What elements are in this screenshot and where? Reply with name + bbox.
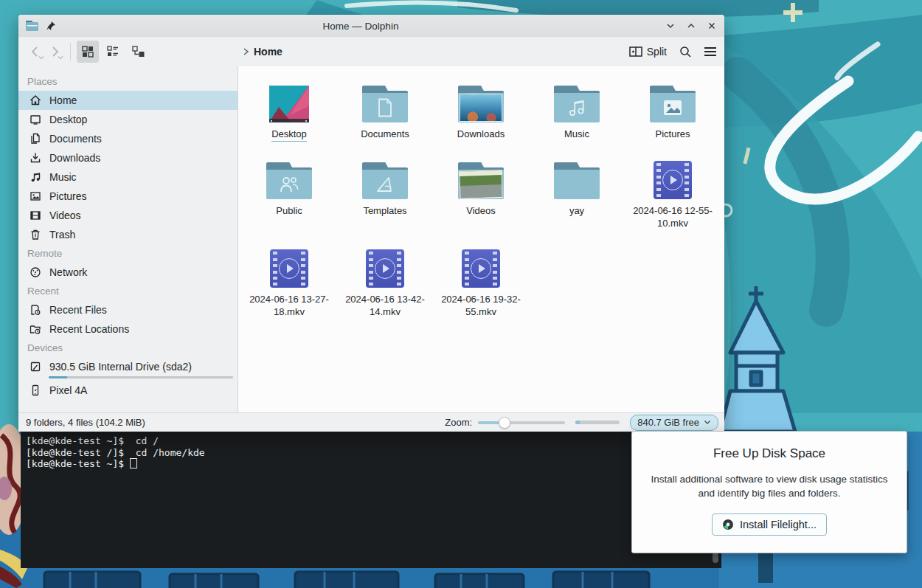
- video-file-icon: [270, 249, 308, 288]
- file-label: 2024-06-16 19-32-55.mkv: [436, 293, 526, 319]
- maximize-button[interactable]: [686, 21, 696, 31]
- split-label: Split: [647, 46, 667, 58]
- file-label: Music: [564, 128, 589, 141]
- free-space-dropdown[interactable]: 840.7 GiB free: [630, 415, 718, 431]
- pin-icon[interactable]: [46, 21, 56, 31]
- file-item-music[interactable]: Music: [529, 75, 625, 142]
- hard-drive-icon: [30, 361, 41, 373]
- free-up-disk-space-popup: Free Up Disk Space Install additional so…: [631, 431, 907, 553]
- file-label: yay: [569, 204, 584, 218]
- file-item-videos[interactable]: Videos: [433, 152, 529, 230]
- sidebar-item-network[interactable]: Network: [18, 263, 238, 282]
- sidebar-item-videos[interactable]: Videos: [18, 206, 238, 225]
- sidebar-item-music[interactable]: Music: [18, 167, 238, 187]
- sidebar-item-documents[interactable]: Documents: [18, 129, 238, 148]
- sidebar-item-label: Pictures: [49, 190, 87, 202]
- toolbar: Home Split: [18, 37, 724, 66]
- terminal-cursor: [130, 458, 137, 468]
- video-file-icon: [462, 249, 500, 288]
- network-icon: [30, 266, 41, 278]
- drive-usage-bar: [49, 376, 233, 378]
- minimize-button[interactable]: [665, 21, 676, 31]
- videos-icon: [30, 210, 41, 221]
- file-item-video-1[interactable]: 2024-06-16 12-55-10.mkv: [625, 152, 721, 230]
- close-button[interactable]: [707, 21, 717, 31]
- sidebar-item-label: Pixel 4A: [49, 384, 87, 396]
- window-folder-icon: [26, 21, 38, 31]
- hamburger-menu-icon[interactable]: [704, 46, 717, 57]
- sidebar-item-internal-drive[interactable]: 930.5 GiB Internal Drive (sda2): [18, 357, 238, 376]
- video-file-icon: [366, 249, 404, 288]
- back-dropdown-icon[interactable]: [38, 55, 44, 60]
- sidebar-item-trash[interactable]: Trash: [18, 225, 238, 244]
- tree-view-button[interactable]: [127, 41, 149, 63]
- file-label: Videos: [466, 204, 496, 218]
- file-item-yay[interactable]: yay: [529, 152, 625, 230]
- folder-icon: [266, 162, 312, 199]
- sidebar-item-pictures[interactable]: Pictures: [18, 187, 238, 206]
- sidebar-item-label: Recent Files: [49, 304, 107, 316]
- desktop-preview-icon: [269, 86, 309, 122]
- split-button[interactable]: Split: [629, 46, 667, 58]
- breadcrumb-home[interactable]: Home: [254, 46, 283, 58]
- file-item-video-4[interactable]: 2024-06-16 19-32-55.mkv: [433, 241, 529, 319]
- sidebar-item-desktop[interactable]: Desktop: [18, 110, 238, 129]
- file-label: 2024-06-16 12-55-10.mkv: [628, 204, 718, 230]
- documents-icon: [30, 133, 41, 145]
- search-icon[interactable]: [679, 45, 692, 58]
- status-summary: 9 folders, 4 files (104.2 MiB): [26, 417, 445, 428]
- file-item-templates[interactable]: Templates: [337, 152, 433, 230]
- file-item-video-3[interactable]: 2024-06-16 13-42-14.mkv: [337, 241, 433, 319]
- terminal-window[interactable]: [kde@kde-test ~]$ cd / [kde@kde-test /]$…: [21, 432, 721, 568]
- free-space-label: 840.7 GiB free: [637, 417, 699, 428]
- file-item-desktop[interactable]: Desktop: [241, 75, 337, 142]
- video-file-icon: [654, 161, 692, 199]
- file-label: Downloads: [457, 128, 505, 141]
- folder-preview-icon: [458, 86, 504, 122]
- sidebar-item-recent-locations[interactable]: Recent Locations: [18, 319, 238, 339]
- forward-dropdown-icon[interactable]: [58, 55, 63, 60]
- section-remote: Remote: [18, 244, 238, 263]
- toolbar-separator: [70, 43, 71, 60]
- file-item-documents[interactable]: Documents: [337, 75, 433, 142]
- sidebar-item-recent-files[interactable]: Recent Files: [18, 300, 238, 319]
- sidebar-item-downloads[interactable]: Downloads: [18, 148, 238, 167]
- sidebar-item-pixel-4a[interactable]: Pixel 4A: [18, 381, 238, 400]
- icons-view-button[interactable]: [77, 41, 99, 63]
- sidebar-item-label: Network: [49, 266, 87, 278]
- breadcrumb[interactable]: Home: [242, 46, 283, 58]
- music-icon: [30, 171, 41, 183]
- zoom-slider-handle[interactable]: [499, 417, 510, 429]
- chevron-down-icon: [704, 420, 711, 425]
- sidebar-item-label: Videos: [49, 210, 81, 221]
- sidebar-item-label: Downloads: [49, 152, 100, 164]
- details-view-button[interactable]: [102, 41, 124, 63]
- drive-usage-fill: [49, 376, 67, 378]
- section-devices: Devices: [18, 339, 238, 357]
- forward-button[interactable]: [45, 42, 64, 61]
- sidebar-item-home[interactable]: Home: [18, 91, 238, 110]
- sidebar-item-label: Desktop: [49, 114, 87, 125]
- phone-icon: [30, 384, 41, 396]
- file-view[interactable]: Desktop Documents Downloads: [238, 66, 724, 412]
- file-item-public[interactable]: Public: [241, 152, 337, 230]
- zoom-slider[interactable]: [478, 417, 565, 429]
- pictures-icon: [30, 190, 41, 202]
- sidebar-item-label: Trash: [49, 229, 75, 241]
- sidebar-item-label: Music: [49, 171, 77, 183]
- back-button[interactable]: [26, 42, 45, 61]
- folder-preview-icon: [458, 162, 504, 199]
- titlebar[interactable]: Home — Dolphin: [18, 15, 724, 37]
- places-panel: Places Home Desktop Documents Downloads …: [18, 66, 238, 412]
- file-item-downloads[interactable]: Downloads: [433, 75, 529, 142]
- install-filelight-label: Install Filelight...: [740, 519, 817, 530]
- terminal-prompt-line: [kde@kde-test ~]$: [26, 458, 721, 470]
- file-label: Templates: [363, 204, 406, 218]
- file-label: 2024-06-16 13-42-14.mkv: [340, 293, 430, 319]
- file-item-pictures[interactable]: Pictures: [625, 75, 721, 142]
- recent-locations-icon: [30, 323, 41, 335]
- folder-icon: [362, 86, 408, 122]
- file-item-video-2[interactable]: 2024-06-16 13-27-18.mkv: [241, 241, 337, 319]
- install-filelight-button[interactable]: Install Filelight...: [712, 513, 827, 536]
- folder-icon: [554, 86, 600, 122]
